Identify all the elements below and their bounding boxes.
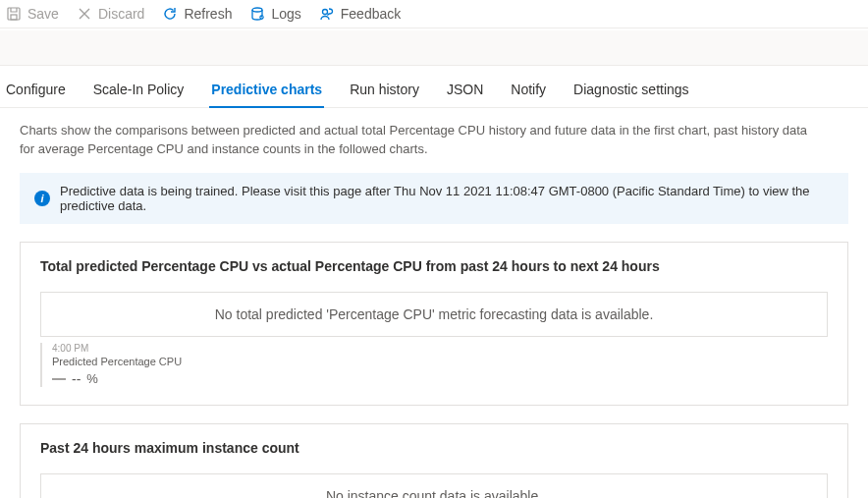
chart-cpu-unit: %: [86, 371, 98, 386]
intro-text: Charts show the comparisons between pred…: [20, 122, 825, 159]
card-instance-title: Past 24 hours maximum instance count: [40, 440, 828, 456]
refresh-label: Refresh: [184, 6, 232, 22]
svg-rect-1: [11, 15, 17, 20]
discard-button[interactable]: Discard: [77, 6, 144, 22]
feedback-button[interactable]: Feedback: [319, 6, 401, 22]
tab-run-history[interactable]: Run history: [348, 76, 421, 107]
tab-json[interactable]: JSON: [445, 76, 485, 107]
tab-notify[interactable]: Notify: [509, 76, 548, 107]
info-message: Predictive data is being trained. Please…: [60, 184, 834, 213]
svg-rect-0: [8, 8, 20, 20]
logs-button[interactable]: Logs: [249, 6, 300, 22]
discard-label: Discard: [98, 6, 144, 22]
info-bar: i Predictive data is being trained. Plea…: [20, 173, 848, 224]
card-cpu-forecast: Total predicted Percentage CPU vs actual…: [20, 242, 848, 406]
card-cpu-title: Total predicted Percentage CPU vs actual…: [40, 258, 828, 274]
refresh-button[interactable]: Refresh: [162, 6, 232, 22]
tab-row: Configure Scale-In Policy Predictive cha…: [0, 66, 868, 108]
svg-point-2: [252, 8, 262, 12]
info-icon: i: [34, 191, 50, 206]
svg-point-4: [322, 10, 327, 15]
chart-cpu-residual: 4:00 PM Predicted Percentage CPU -- %: [40, 343, 828, 387]
card-cpu-empty-banner: No total predicted 'Percentage CPU' metr…: [40, 292, 828, 337]
tab-scale-in-policy[interactable]: Scale-In Policy: [91, 76, 187, 107]
card-instance-empty-banner: No instance count data is available.: [40, 473, 828, 498]
chart-cpu-value: --: [72, 371, 81, 387]
feedback-label: Feedback: [341, 6, 401, 22]
feedback-icon: [319, 6, 335, 22]
card-instance-count: Past 24 hours maximum instance count No …: [20, 423, 848, 498]
chart-cpu-tick: 4:00 PM: [52, 343, 828, 354]
close-icon: [77, 6, 92, 22]
refresh-icon: [162, 6, 178, 22]
chart-cpu-series-label: Predicted Percentage CPU: [52, 356, 828, 367]
tab-predictive-charts[interactable]: Predictive charts: [209, 76, 324, 107]
command-bar: Save Discard Refresh Logs: [0, 0, 868, 28]
save-label: Save: [27, 6, 59, 22]
main-body: Charts show the comparisons between pred…: [0, 108, 868, 498]
legend-swatch: [52, 378, 66, 380]
save-icon: [6, 6, 22, 22]
logs-label: Logs: [271, 6, 300, 22]
tab-diagnostic-settings[interactable]: Diagnostic settings: [571, 76, 691, 107]
header-strip: [0, 30, 868, 66]
tab-configure[interactable]: Configure: [4, 76, 68, 107]
chart-cpu-value-row: -- %: [52, 371, 828, 387]
save-button[interactable]: Save: [6, 6, 59, 22]
logs-icon: [249, 6, 265, 22]
